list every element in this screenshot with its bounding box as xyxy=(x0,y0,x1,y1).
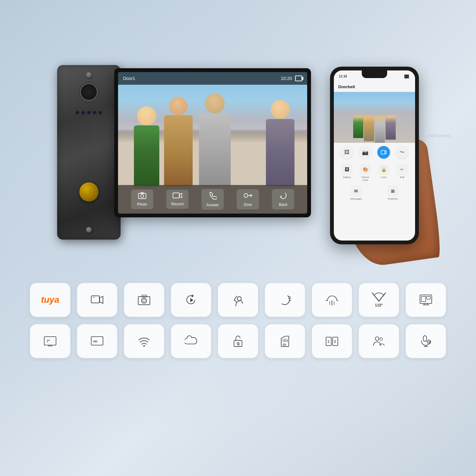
back-button[interactable]: Back xyxy=(272,189,294,209)
svg-rect-2 xyxy=(141,192,143,194)
theme-icon: 🎨 xyxy=(360,164,371,175)
multi-icon: 1 2 xyxy=(326,335,338,347)
svg-point-16 xyxy=(142,298,147,303)
feature-sd: SD xyxy=(264,324,306,359)
monitor-screen: Door1 10:20 xyxy=(118,72,307,214)
feature-multi-user xyxy=(358,324,400,359)
menu-lock[interactable]: 🔒 Lock xyxy=(378,164,389,182)
hd-icon: HD xyxy=(91,335,103,347)
feature-cloud xyxy=(170,324,212,359)
svg-text:1: 1 xyxy=(327,340,329,343)
features-row-2: 7" HD xyxy=(19,324,457,359)
photo-icon xyxy=(138,192,146,200)
cloud-icon xyxy=(185,335,197,347)
lock-icon: 🔒 xyxy=(378,164,389,175)
features-icon: ⊞ xyxy=(387,185,399,197)
night-icon xyxy=(279,294,291,306)
battery-icon xyxy=(295,76,302,81)
feature-night xyxy=(264,282,306,317)
features-row-1: tuya xyxy=(19,282,457,317)
phone-gallery-btn[interactable]: 🖼 xyxy=(340,146,353,159)
phone-video-btn[interactable] xyxy=(377,146,390,159)
feature-hd: HD xyxy=(76,324,118,359)
features-label: Features xyxy=(388,197,398,200)
svg-marker-20 xyxy=(190,298,194,302)
outdoor-unit xyxy=(57,65,121,240)
rain-icon xyxy=(326,294,338,306)
answer-button[interactable]: Answer xyxy=(202,189,224,210)
menu-messages[interactable]: ✉ Messages xyxy=(350,185,362,200)
svg-point-17 xyxy=(143,299,145,302)
menu-features[interactable]: ⊞ Features xyxy=(387,185,399,200)
angle-label: 110° xyxy=(375,303,383,307)
phone-controls: 🖼 📷 〜 🖼 xyxy=(334,143,415,205)
answer-label: Answer xyxy=(206,203,219,207)
feature-motion xyxy=(217,282,259,317)
feature-playback xyxy=(170,282,212,317)
feature-monitor xyxy=(405,282,446,317)
status-right: 10:20 xyxy=(281,76,302,81)
phone-mockup: 11:16 ▐█▌ Doorbell xyxy=(330,67,419,244)
phone-app-name: Doorbell xyxy=(338,84,355,89)
svg-marker-9 xyxy=(280,195,282,198)
messages-label: Messages xyxy=(350,197,362,200)
svg-rect-12 xyxy=(91,296,100,303)
feature-7inch: 7" xyxy=(30,324,71,359)
camera-feed-people xyxy=(118,100,307,186)
gallery-label: Gallery xyxy=(343,176,351,179)
angle-icon xyxy=(372,292,386,302)
svg-text:7": 7" xyxy=(47,340,50,343)
phone-video-feed xyxy=(334,92,415,143)
svg-point-5 xyxy=(244,194,248,197)
phone-section: 11:16 ▐█▌ Doorbell xyxy=(311,41,419,244)
door-button[interactable]: Door xyxy=(237,189,259,209)
svg-rect-37 xyxy=(426,296,430,299)
svg-marker-19 xyxy=(192,294,194,297)
phone-time: 11:16 xyxy=(339,75,347,78)
gallery-icon: 🖼 xyxy=(341,164,353,175)
svg-text:2: 2 xyxy=(238,343,240,346)
screw-bottom xyxy=(86,227,92,233)
monitor: Door1 10:20 xyxy=(114,68,311,217)
phone-ctrl-row-1: 🖼 📷 〜 xyxy=(338,146,411,159)
wifi-icon xyxy=(138,335,150,347)
back-icon xyxy=(279,192,288,201)
photo-button[interactable]: Photo xyxy=(131,189,153,209)
svg-rect-38 xyxy=(421,296,426,301)
theme-label: ThemeColor xyxy=(361,176,369,182)
screw-top xyxy=(86,72,92,78)
answer-icon xyxy=(208,191,217,201)
record-label: Record xyxy=(171,202,183,206)
menu-theme[interactable]: 🎨 ThemeColor xyxy=(360,164,371,182)
features-section: tuya xyxy=(0,273,476,365)
tuya-icon: tuya xyxy=(41,295,59,305)
svg-rect-10 xyxy=(381,150,385,154)
sd-icon: SD xyxy=(279,335,291,347)
svg-line-22 xyxy=(241,300,243,303)
camera-icon xyxy=(138,294,150,306)
photo-label: Photo xyxy=(137,202,147,207)
back-label: Back xyxy=(279,202,288,207)
video-record-icon xyxy=(91,294,103,306)
feature-waterproof xyxy=(311,282,353,317)
users-icon xyxy=(373,335,385,347)
screen7-icon: 7" xyxy=(44,335,56,347)
feature-video-record xyxy=(76,282,118,317)
phone-camera-btn[interactable]: 📷 xyxy=(359,146,372,159)
edit-label: Edit xyxy=(400,176,404,179)
record-icon xyxy=(173,192,182,200)
feature-multi-unit: 1 2 xyxy=(311,324,353,359)
menu-edit[interactable]: ✏ Edit xyxy=(396,164,408,182)
phone-screen: 11:16 ▐█▌ Doorbell xyxy=(334,70,415,241)
phone-wave-btn[interactable]: 〜 xyxy=(396,146,408,159)
record-button[interactable]: Record xyxy=(166,190,188,209)
monitor-status-bar: Door1 10:20 xyxy=(118,72,307,85)
feature-intercom xyxy=(405,324,446,359)
svg-rect-60 xyxy=(423,336,426,341)
door-icon xyxy=(243,192,252,201)
menu-gallery[interactable]: 🖼 Gallery xyxy=(341,164,353,182)
doorbell-button[interactable] xyxy=(79,182,98,202)
motion-icon xyxy=(232,294,244,306)
ir-leds xyxy=(76,111,102,114)
door-label: Door1 xyxy=(123,76,135,81)
